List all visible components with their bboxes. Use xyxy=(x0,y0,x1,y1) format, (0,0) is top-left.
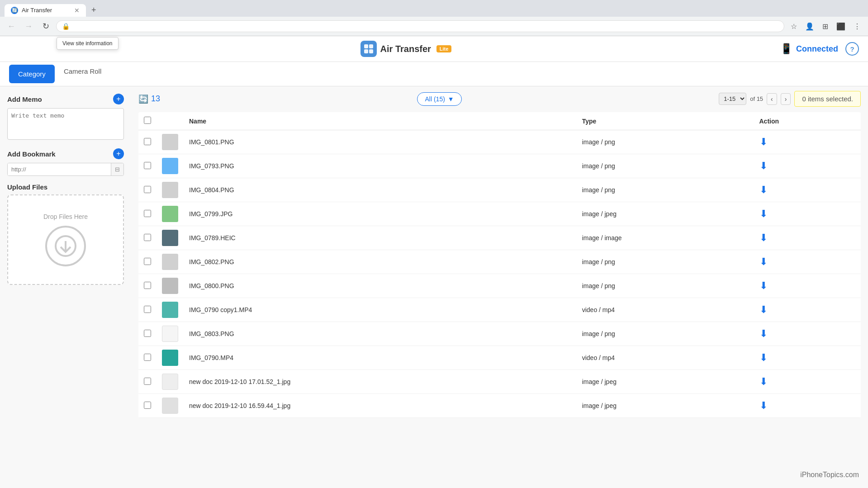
bookmark-input-container: ⊟ xyxy=(7,163,124,176)
download-button-2[interactable]: ⬇ xyxy=(759,184,768,196)
tab-category[interactable]: Category xyxy=(9,65,55,83)
file-type-10: image / jpeg xyxy=(577,370,754,394)
upload-drop-zone[interactable]: Drop Files Here xyxy=(7,194,124,285)
new-tab-button[interactable]: + xyxy=(88,4,100,17)
download-button-1[interactable]: ⬇ xyxy=(759,160,768,172)
drop-text: Drop Files Here xyxy=(43,213,88,220)
memo-textarea[interactable] xyxy=(7,108,124,140)
file-name-4: IMG_0789.HEIC xyxy=(184,226,577,250)
table-row: new doc 2019-12-10 16.59.44_1.jpg image … xyxy=(138,394,861,418)
help-button[interactable]: ? xyxy=(845,42,859,56)
dropdown-chevron-icon: ▼ xyxy=(448,95,454,103)
forward-button[interactable]: → xyxy=(22,19,35,33)
column-action-header: Action xyxy=(754,112,861,130)
download-button-3[interactable]: ⬇ xyxy=(759,208,768,220)
file-thumbnail-8 xyxy=(162,326,178,342)
download-button-9[interactable]: ⬇ xyxy=(759,352,768,364)
upload-section: Upload Files Drop Files Here xyxy=(7,183,124,285)
table-header-row: Name Type Action xyxy=(138,112,861,130)
table-row: IMG_0790 copy1.MP4 video / mp4 ⬇ xyxy=(138,298,861,322)
svg-rect-1 xyxy=(369,44,373,48)
download-button-0[interactable]: ⬇ xyxy=(759,136,768,148)
all-dropdown-button[interactable]: All (15) ▼ xyxy=(417,92,461,106)
lock-icon: 🔒 xyxy=(62,23,70,30)
file-checkbox-7[interactable] xyxy=(144,306,151,313)
download-button-8[interactable]: ⬇ xyxy=(759,328,768,340)
file-name-8: IMG_0803.PNG xyxy=(184,322,577,346)
tab-close-btn[interactable]: ✕ xyxy=(74,7,80,14)
file-type-2: image / png xyxy=(577,178,754,202)
extensions-button[interactable]: ⊞ xyxy=(820,20,831,33)
toolbar-right: ☆ 👤 ⊞ ⬛ ⋮ xyxy=(788,20,863,33)
upload-section-header: Upload Files xyxy=(7,183,124,191)
file-type-1: image / png xyxy=(577,154,754,178)
column-type-header: Type xyxy=(577,112,754,130)
file-checkbox-5[interactable] xyxy=(144,258,151,265)
table-row: IMG_0803.PNG image / png ⬇ xyxy=(138,322,861,346)
file-checkbox-2[interactable] xyxy=(144,186,151,193)
select-all-checkbox[interactable] xyxy=(144,117,151,124)
file-checkbox-6[interactable] xyxy=(144,282,151,289)
file-name-0: IMG_0801.PNG xyxy=(184,130,577,154)
next-page-button[interactable]: › xyxy=(781,93,791,105)
download-button-5[interactable]: ⬇ xyxy=(759,256,768,268)
file-thumbnail-6 xyxy=(162,278,178,294)
file-checkbox-10[interactable] xyxy=(144,378,151,385)
table-row: IMG_0799.JPG image / jpeg ⬇ xyxy=(138,202,861,226)
file-name-7: IMG_0790 copy1.MP4 xyxy=(184,298,577,322)
tab-camera-roll[interactable]: Camera Roll xyxy=(55,62,110,86)
file-checkbox-9[interactable] xyxy=(144,354,151,361)
svg-rect-3 xyxy=(369,49,373,53)
settings-button[interactable]: ⬛ xyxy=(834,20,848,33)
back-button[interactable]: ← xyxy=(5,19,18,33)
reload-button[interactable]: ↻ xyxy=(39,19,52,33)
file-checkbox-8[interactable] xyxy=(144,330,151,337)
file-name-2: IMG_0804.PNG xyxy=(184,178,577,202)
file-type-0: image / png xyxy=(577,130,754,154)
address-bar-container: 🔒 View site information xyxy=(56,20,784,32)
site-info-tooltip: View site information xyxy=(57,37,119,50)
table-row: IMG_0800.PNG image / png ⬇ xyxy=(138,274,861,298)
nav-tabs: Category Camera Roll xyxy=(0,62,868,86)
file-type-4: image / image xyxy=(577,226,754,250)
add-bookmark-button[interactable]: + xyxy=(113,148,124,159)
bookmark-section-title: Add Bookmark xyxy=(7,150,56,158)
file-name-9: IMG_0790.MP4 xyxy=(184,346,577,370)
file-thumbnail-9 xyxy=(162,350,178,366)
profile-button[interactable]: 👤 xyxy=(802,20,817,33)
browser-toolbar: ← → ↻ 🔒 View site information ☆ 👤 ⊞ ⬛ ⋮ xyxy=(0,17,868,36)
refresh-button[interactable]: 🔄 13 xyxy=(138,94,160,104)
download-button-4[interactable]: ⬇ xyxy=(759,232,768,244)
memo-section: Add Memo + xyxy=(7,94,124,141)
download-button-10[interactable]: ⬇ xyxy=(759,376,768,388)
file-checkbox-0[interactable] xyxy=(144,138,151,145)
file-toolbar-left: 🔄 13 xyxy=(138,94,160,104)
file-checkbox-4[interactable] xyxy=(144,234,151,241)
file-toolbar-center: All (15) ▼ xyxy=(417,92,461,106)
download-button-7[interactable]: ⬇ xyxy=(759,304,768,316)
bookmark-star-button[interactable]: ☆ xyxy=(788,20,800,33)
download-button-11[interactable]: ⬇ xyxy=(759,400,768,412)
file-type-11: image / jpeg xyxy=(577,394,754,418)
browser-tab[interactable]: 🔄 Air Transfer ✕ xyxy=(5,4,86,17)
prev-page-button[interactable]: ‹ xyxy=(767,93,777,105)
svg-rect-2 xyxy=(364,49,368,53)
file-checkbox-1[interactable] xyxy=(144,162,151,169)
address-bar-input[interactable] xyxy=(73,23,778,30)
page-info: of 15 xyxy=(750,95,763,102)
file-name-6: IMG_0800.PNG xyxy=(184,274,577,298)
watermark: iPhoneTopics.com xyxy=(800,471,859,479)
page-range-selector[interactable]: 1-15 xyxy=(719,93,746,105)
file-checkbox-3[interactable] xyxy=(144,210,151,217)
table-row: new doc 2019-12-10 17.01.52_1.jpg image … xyxy=(138,370,861,394)
add-memo-button[interactable]: + xyxy=(113,94,124,104)
menu-button[interactable]: ⋮ xyxy=(851,20,863,33)
bookmark-input[interactable] xyxy=(8,163,111,175)
file-checkbox-11[interactable] xyxy=(144,402,151,409)
item-count: 13 xyxy=(151,94,160,104)
file-name-3: IMG_0799.JPG xyxy=(184,202,577,226)
file-type-9: video / mp4 xyxy=(577,346,754,370)
file-type-7: video / mp4 xyxy=(577,298,754,322)
download-button-6[interactable]: ⬇ xyxy=(759,280,768,292)
file-table: Name Type Action IMG_0801.PNG image / pn… xyxy=(138,112,861,418)
